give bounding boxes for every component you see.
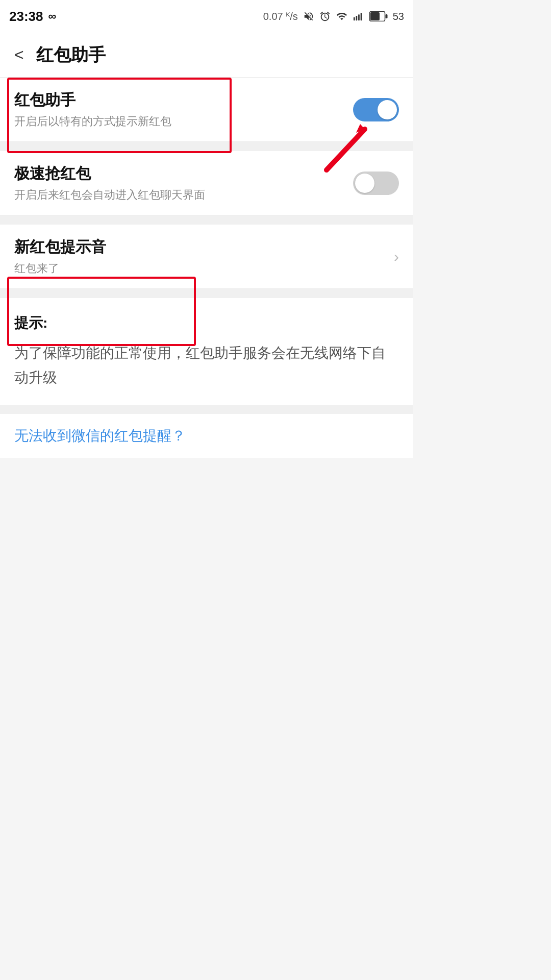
mute-icon <box>303 11 314 22</box>
hint-content: 为了保障功能的正常使用，红包助手服务会在无线网络下自动升级 <box>14 341 399 389</box>
setting-item-text-1: 红包助手 开启后以特有的方式提示新红包 <box>14 90 353 129</box>
back-button[interactable]: < <box>10 41 28 68</box>
content-area: 红包助手 开启后以特有的方式提示新红包 极速抢红包 开启后来红包会自动进入红包聊… <box>0 78 413 458</box>
setting-item-text-3: 新红包提示音 红包来了 <box>14 237 394 276</box>
status-right-area: 0.07 ᴷ/s 53 <box>263 10 404 22</box>
setting-item-hongbao-assistant: 红包助手 开启后以特有的方式提示新红包 <box>0 78 413 142</box>
net-speed: 0.07 ᴷ/s <box>263 10 298 22</box>
status-infinity: ∞ <box>48 10 57 23</box>
setting-title-2: 极速抢红包 <box>14 163 353 184</box>
section-gap-2 <box>0 215 413 225</box>
signal-icon <box>353 11 364 22</box>
toggle-fast-grab[interactable] <box>353 172 399 195</box>
toggle-hongbao-assistant[interactable] <box>353 98 399 121</box>
toggle-knob-2 <box>355 174 374 193</box>
setting-item-fast-grab: 极速抢红包 开启后来红包会自动进入红包聊天界面 <box>0 151 413 215</box>
setting-item-text-2: 极速抢红包 开启后来红包会自动进入红包聊天界面 <box>14 163 353 203</box>
status-time-area: 23:38 ∞ <box>9 9 56 24</box>
battery-icon <box>369 11 388 21</box>
svg-rect-2 <box>354 17 355 20</box>
svg-rect-4 <box>358 14 360 20</box>
help-link[interactable]: 无法收到微信的红包提醒？ <box>14 426 399 446</box>
hint-title: 提示: <box>14 313 399 333</box>
toggle-knob-1 <box>378 100 397 119</box>
link-section: 无法收到微信的红包提醒？ <box>0 414 413 458</box>
svg-rect-3 <box>356 16 357 20</box>
setting-desc-1: 开启后以特有的方式提示新红包 <box>14 114 353 129</box>
setting-section-3: 新红包提示音 红包来了 › <box>0 225 413 289</box>
section-gap-1 <box>0 142 413 151</box>
setting-title-1: 红包助手 <box>14 90 353 111</box>
battery-percent: 53 <box>393 11 404 22</box>
setting-section-2: 极速抢红包 开启后来红包会自动进入红包聊天界面 <box>0 151 413 215</box>
setting-desc-3: 红包来了 <box>14 261 394 276</box>
section-gap-3 <box>0 289 413 298</box>
svg-rect-7 <box>385 14 387 18</box>
alarm-icon <box>319 11 331 22</box>
svg-rect-5 <box>360 13 362 21</box>
chevron-right-icon: › <box>394 248 399 265</box>
setting-desc-2: 开启后来红包会自动进入红包聊天界面 <box>14 187 353 203</box>
status-time: 23:38 <box>9 9 43 24</box>
nav-bar: < 红包助手 <box>0 33 413 78</box>
setting-section-1: 红包助手 开启后以特有的方式提示新红包 <box>0 78 413 142</box>
page-title: 红包助手 <box>36 43 106 67</box>
hint-section: 提示: 为了保障功能的正常使用，红包助手服务会在无线网络下自动升级 <box>0 298 413 405</box>
setting-item-notification-sound[interactable]: 新红包提示音 红包来了 › <box>0 225 413 289</box>
wifi-icon <box>336 11 348 22</box>
setting-title-3: 新红包提示音 <box>14 237 394 258</box>
svg-rect-8 <box>370 12 380 20</box>
status-bar: 23:38 ∞ 0.07 ᴷ/s 53 <box>0 0 413 33</box>
